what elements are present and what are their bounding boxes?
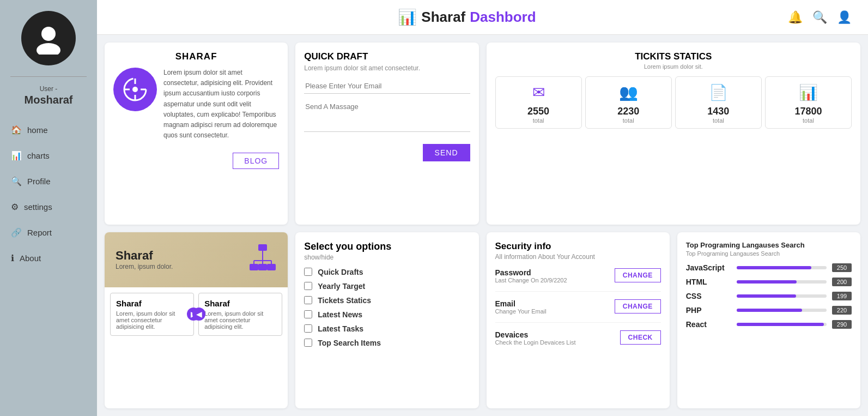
tickets-statics-label[interactable]: Tickets Statics: [318, 296, 371, 305]
svg-rect-8: [258, 244, 267, 251]
checkbox-item-1: Yearly Target: [304, 282, 470, 291]
bell-icon[interactable]: 🔔: [788, 10, 803, 25]
sidebar-item-profile[interactable]: 🔍 Profile: [0, 168, 97, 194]
tickit-num-3: 17800: [794, 106, 822, 117]
slider-card: Sharaf Lorem, ipsum dolor.: [105, 232, 288, 408]
prog-row-4: React 290: [686, 320, 852, 329]
svg-rect-9: [250, 264, 258, 270]
password-change-button[interactable]: CHANGE: [615, 268, 661, 282]
latest-tasks-checkbox[interactable]: [304, 324, 312, 333]
prog-bar-1: [737, 280, 797, 284]
top-search-label[interactable]: Top Search Items: [318, 339, 381, 347]
slider-sub-item-1: ◀ Sharaf Lorem, ipsum dolor sit amet con…: [198, 293, 282, 336]
email-sub: Change Your Email: [495, 308, 547, 315]
prog-num-2: 199: [832, 292, 852, 300]
checkbox-item-5: Top Search Items: [304, 339, 470, 347]
sidebar-item-home[interactable]: 🏠 home: [0, 117, 97, 143]
prog-row-3: PHP 220: [686, 306, 852, 315]
sidebar-divider: [10, 76, 87, 77]
gauge-icon: [122, 76, 149, 103]
avatar: [21, 11, 76, 65]
security-row-0: Password Last Change On 20/9/2202 CHANGE: [495, 268, 661, 292]
logo-title-black: Sharaf: [421, 9, 465, 26]
prog-label-2: CSS: [686, 292, 731, 300]
select-options-card: Select you options show/hide Quick Draft…: [295, 232, 478, 408]
sharaf-card-body: Lorem ipsum dolor sit amet consectetur, …: [113, 68, 279, 141]
sidebar-item-settings[interactable]: ⚙ settings: [0, 194, 97, 220]
prog-row-0: JavaScript 250: [686, 263, 852, 272]
svg-rect-10: [258, 264, 267, 270]
slider-sub-wrap: Sharaf Lorem, ipsum dolor sit amet conse…: [105, 287, 288, 341]
message-input[interactable]: [304, 99, 470, 132]
security-info-2: Devaices Check the Login Devaices List: [495, 330, 576, 346]
sharaf-card: SHARAF Lorem ipsum dolor sit amet consec…: [105, 43, 288, 225]
prog-rows: JavaScript 250 HTML 200 CSS 199 PHP 220: [686, 263, 852, 329]
tickit-label-0: total: [533, 117, 544, 124]
security-info-0: Password Last Change On 20/9/2202: [495, 268, 567, 284]
sidebar-item-about-label: About: [20, 254, 41, 263]
prog-row-1: HTML 200: [686, 278, 852, 286]
tickit-label-3: total: [803, 117, 814, 124]
slider-main-title: Sharaf: [116, 249, 173, 263]
svg-point-0: [41, 27, 56, 41]
quick-draft-subtitle: Lorem ipsum dolor sit amet consectetur.: [304, 64, 470, 72]
slider-sub-title-1: Sharaf: [204, 299, 276, 308]
sidebar-item-charts-label: charts: [27, 151, 50, 160]
slider-main-sub: Lorem, ipsum dolor.: [116, 263, 173, 270]
email-label: Email: [495, 299, 547, 308]
sidebar-item-report[interactable]: 🔗 Report: [0, 220, 97, 245]
security-row-1: Email Change Your Email CHANGE: [495, 299, 661, 323]
latest-news-checkbox[interactable]: [304, 310, 312, 318]
logo-bar-icon: 📊: [398, 8, 417, 26]
svg-point-7: [132, 87, 138, 92]
prog-bar-wrap-0: [737, 266, 827, 269]
prog-num-0: 250: [832, 263, 852, 272]
user-name-label: Mosharaf: [25, 94, 73, 106]
yearly-target-label[interactable]: Yearly Target: [318, 282, 365, 291]
select-options-subtitle: show/hide: [304, 254, 470, 261]
latest-news-label[interactable]: Latest News: [318, 310, 362, 319]
sidebar-item-about[interactable]: ℹ About: [0, 245, 97, 271]
sidebar-item-settings-label: settings: [24, 202, 52, 212]
quick-drafts-label[interactable]: Quick Drafts: [318, 268, 363, 276]
prog-bar-wrap-4: [737, 323, 827, 326]
yearly-target-checkbox[interactable]: [304, 282, 312, 290]
latest-tasks-label[interactable]: Latest Tasks: [318, 324, 363, 333]
search-icon[interactable]: 🔍: [812, 10, 827, 25]
gauge-circle: [113, 68, 157, 111]
email-change-button[interactable]: CHANGE: [615, 299, 661, 313]
quick-drafts-checkbox[interactable]: [304, 268, 312, 276]
account-icon[interactable]: 👤: [837, 10, 852, 25]
security-subtitle: All information About Your Account: [495, 253, 661, 261]
quick-draft-title: QUICK DRAFT: [304, 51, 470, 62]
blog-button[interactable]: BLOG: [233, 153, 279, 169]
tickits-grid: ✉ 2550 total 👥 2230 total 📄 1430 total 📊…: [495, 76, 852, 129]
send-button[interactable]: SEND: [423, 144, 470, 161]
devices-check-button[interactable]: CHECK: [620, 330, 661, 345]
tickit-label-2: total: [713, 117, 724, 124]
security-row-2: Devaices Check the Login Devaices List C…: [495, 330, 661, 353]
logo: 📊 Sharaf Dashbord: [398, 8, 536, 26]
password-label: Password: [495, 268, 567, 277]
slider-main: Sharaf Lorem, ipsum dolor.: [105, 232, 288, 287]
slider-prev-arrow[interactable]: ◀: [192, 308, 205, 321]
tickit-label-1: total: [623, 117, 634, 124]
sidebar: User - Mosharaf 🏠 home 📊 charts 🔍 Profil…: [0, 0, 97, 416]
prog-label-0: JavaScript: [686, 263, 731, 272]
top-search-checkbox[interactable]: [304, 339, 312, 347]
charts-icon: 📊: [11, 150, 22, 161]
tickets-statics-checkbox[interactable]: [304, 296, 312, 304]
slider-sub-text-0: Lorem, ipsum dolor sit amet consectetur …: [116, 310, 188, 330]
prog-bar-wrap-2: [737, 294, 827, 298]
sidebar-item-charts[interactable]: 📊 charts: [0, 143, 97, 168]
email-input[interactable]: [304, 79, 470, 94]
prog-bar-4: [737, 323, 824, 326]
prog-label-3: PHP: [686, 306, 731, 315]
security-title: Security info: [495, 241, 661, 252]
prog-num-4: 290: [832, 320, 852, 329]
devices-label: Devaices: [495, 330, 576, 339]
prog-row-2: CSS 199: [686, 292, 852, 300]
sidebar-item-profile-label: Profile: [27, 177, 51, 186]
org-chart-icon: [248, 243, 277, 276]
tickit-num-0: 2550: [527, 106, 549, 117]
